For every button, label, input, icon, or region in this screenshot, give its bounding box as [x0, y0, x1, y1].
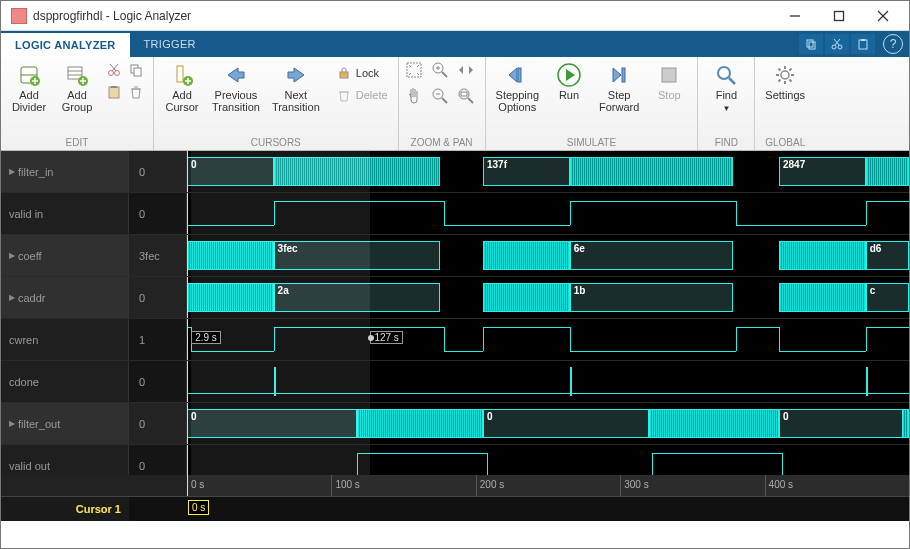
signal-name[interactable]: valid out — [1, 445, 129, 475]
svg-rect-4 — [807, 40, 813, 47]
ruler-tick: 100 s — [331, 475, 359, 496]
signal-row-coeff[interactable]: ▶coeff3fec3fec6ed6 — [1, 235, 909, 277]
time-ruler: 0 s100 s200 s300 s400 s500 s — [1, 475, 909, 497]
signal-row-filter_in[interactable]: ▶filter_in00137f2847 — [1, 151, 909, 193]
signal-name[interactable]: ▶coeff — [1, 235, 129, 276]
copy-icon[interactable] — [127, 61, 145, 79]
expand-icon[interactable]: ▶ — [9, 251, 15, 260]
waveform-area: ▶filter_in00137f2847valid in0▶coeff3fec3… — [1, 151, 909, 521]
minimize-button[interactable] — [773, 2, 817, 30]
signal-wave[interactable]: 0137f2847 — [187, 151, 909, 192]
marker-left[interactable]: 2.9 s — [191, 331, 221, 344]
close-button[interactable] — [861, 2, 905, 30]
signal-name[interactable]: cwren — [1, 319, 129, 360]
signal-name[interactable]: ▶caddr — [1, 277, 129, 318]
signal-wave[interactable] — [187, 445, 909, 475]
play-icon — [557, 63, 581, 87]
svg-line-48 — [468, 98, 473, 103]
help-button[interactable]: ? — [883, 34, 903, 54]
next-transition-button[interactable]: NextTransition — [268, 61, 324, 115]
pan-icon[interactable] — [405, 87, 423, 105]
tab-strip: LOGIC ANALYZER TRIGGER ? — [1, 31, 909, 57]
prev-transition-button[interactable]: PreviousTransition — [208, 61, 264, 115]
add-group-button[interactable]: AddGroup — [55, 61, 99, 115]
svg-rect-10 — [859, 40, 867, 49]
signal-row-valid-in[interactable]: valid in0 — [1, 193, 909, 235]
signal-wave[interactable] — [187, 361, 909, 402]
svg-point-6 — [832, 45, 836, 49]
signal-wave[interactable]: 3fec6ed6 — [187, 235, 909, 276]
signal-row-valid-out[interactable]: valid out0 — [1, 445, 909, 475]
delete-icon[interactable] — [127, 83, 145, 101]
signal-wave[interactable]: 2a1bc — [187, 277, 909, 318]
signal-wave[interactable]: 2.9 s127 s — [187, 319, 909, 360]
expand-icon[interactable]: ▶ — [9, 419, 15, 428]
svg-point-54 — [718, 67, 730, 79]
stop-button[interactable]: Stop — [647, 61, 691, 103]
stepping-options-button[interactable]: SteppingOptions — [492, 61, 543, 115]
paste-icon[interactable] — [105, 83, 123, 101]
signal-value: 3fec — [129, 235, 187, 276]
maximize-button[interactable] — [817, 2, 861, 30]
signal-name[interactable]: ▶filter_out — [1, 403, 129, 444]
zoom-out-icon[interactable] — [431, 87, 449, 105]
svg-rect-53 — [662, 68, 676, 82]
delete-cursor-button[interactable]: Delete — [332, 85, 392, 105]
ruler-tick: 300 s — [620, 475, 648, 496]
signal-name[interactable]: cdone — [1, 361, 129, 402]
svg-point-7 — [838, 45, 842, 49]
add-cursor-button[interactable]: AddCursor — [160, 61, 204, 115]
tab-logic-analyzer[interactable]: LOGIC ANALYZER — [1, 31, 130, 57]
cursor-icon — [170, 63, 194, 87]
svg-rect-52 — [622, 68, 625, 82]
zoom-region-icon[interactable] — [457, 87, 475, 105]
stepping-options-label: SteppingOptions — [496, 89, 539, 113]
signal-name[interactable]: valid in — [1, 193, 129, 234]
tab-trigger[interactable]: TRIGGER — [130, 31, 210, 57]
signal-row-filter_out[interactable]: ▶filter_out0000 — [1, 403, 909, 445]
add-cursor-label: AddCursor — [165, 89, 198, 113]
cursor-row: Cursor 1 0 s — [1, 497, 909, 521]
group-global: Settings GLOBAL — [755, 57, 815, 150]
signal-row-cdone[interactable]: cdone0 — [1, 361, 909, 403]
quick-cut-icon[interactable] — [825, 34, 849, 54]
find-button[interactable]: Find▼ — [704, 61, 748, 117]
quick-copy-icon[interactable] — [799, 34, 823, 54]
run-button[interactable]: Run — [547, 61, 591, 103]
marker-right[interactable]: 127 s — [370, 331, 402, 344]
signal-wave[interactable]: 000 — [187, 403, 909, 444]
svg-rect-30 — [111, 86, 117, 88]
window-title: dspprogfirhdl - Logic Analyzer — [33, 9, 773, 23]
signal-row-caddr[interactable]: ▶caddr02a1bc — [1, 277, 909, 319]
group-global-label: GLOBAL — [755, 137, 815, 150]
step-forward-button[interactable]: StepForward — [595, 61, 643, 115]
signal-row-cwren[interactable]: cwren12.9 s127 s — [1, 319, 909, 361]
svg-point-56 — [781, 71, 789, 79]
signal-value: 0 — [129, 361, 187, 402]
lock-button[interactable]: Lock — [332, 63, 392, 83]
fit-icon[interactable] — [405, 61, 423, 79]
cut-icon[interactable] — [105, 61, 123, 79]
zoom-in-icon[interactable] — [431, 61, 449, 79]
expand-icon[interactable]: ▶ — [9, 293, 15, 302]
svg-line-45 — [442, 98, 447, 103]
svg-line-62 — [790, 80, 792, 82]
group-edit-label: EDIT — [1, 137, 153, 150]
signal-name[interactable]: ▶filter_in — [1, 151, 129, 192]
zoom-x-icon[interactable] — [457, 61, 475, 79]
add-divider-button[interactable]: AddDivider — [7, 61, 51, 115]
svg-rect-49 — [461, 92, 467, 96]
svg-line-41 — [442, 72, 447, 77]
group-simulate-label: SIMULATE — [486, 137, 698, 150]
svg-rect-37 — [340, 72, 348, 78]
quick-paste-icon[interactable] — [851, 34, 875, 54]
settings-button[interactable]: Settings — [761, 61, 809, 103]
ruler-tick: 400 s — [765, 475, 793, 496]
cursor-name[interactable]: Cursor 1 — [1, 497, 129, 521]
svg-rect-28 — [134, 68, 141, 76]
signal-value: 0 — [129, 403, 187, 444]
signal-wave[interactable] — [187, 193, 909, 234]
magnifier-icon — [714, 63, 738, 87]
expand-icon[interactable]: ▶ — [9, 167, 15, 176]
cursor-time-tag[interactable]: 0 s — [188, 500, 209, 515]
